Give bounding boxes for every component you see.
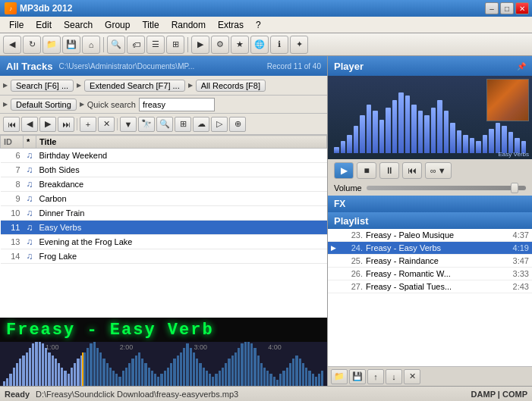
nav-next-button[interactable]: ▶ bbox=[39, 117, 56, 132]
waveform-bar bbox=[22, 356, 24, 386]
pause-button[interactable]: ⏸ bbox=[379, 162, 399, 179]
pin-icon[interactable]: 📌 bbox=[517, 62, 526, 70]
toolbar-home-button[interactable]: ⌂ bbox=[82, 36, 100, 54]
toolbar-grid-button[interactable]: ⊞ bbox=[166, 36, 184, 54]
col-title[interactable]: Title bbox=[36, 136, 327, 149]
toolbar-play-button[interactable]: ▶ bbox=[191, 36, 209, 54]
track-star: ♫ bbox=[24, 177, 36, 192]
toolbar-network-button[interactable]: 🌐 bbox=[250, 36, 269, 54]
toolbar-tag-button[interactable]: 🏷 bbox=[127, 36, 145, 54]
default-sort-button[interactable]: Default Sorting bbox=[11, 99, 77, 111]
pl-save-button[interactable]: 💾 bbox=[349, 369, 366, 384]
waveform[interactable]: 1:00 2:00 3:00 4:00 bbox=[0, 342, 327, 386]
table-row[interactable]: 6 ♫ Birthday Weekend bbox=[1, 149, 327, 163]
menu-random[interactable]: Random bbox=[165, 18, 212, 32]
loop-button[interactable]: ∞ ▼ bbox=[425, 162, 452, 179]
playlist-item[interactable]: 25. Freasy - Raindance 3:47 bbox=[328, 255, 532, 268]
toolbar-save-button[interactable]: 💾 bbox=[62, 36, 80, 54]
menu-group[interactable]: Group bbox=[99, 18, 136, 32]
tt-binoculars-button[interactable]: 🔭 bbox=[138, 117, 155, 132]
pl-remove-button[interactable]: ✕ bbox=[404, 369, 420, 384]
tt-add-button[interactable]: + bbox=[80, 117, 96, 132]
table-row[interactable]: 7 ♫ Both Sides bbox=[1, 163, 327, 177]
waveform-bar bbox=[26, 352, 28, 386]
vis-bar bbox=[411, 105, 417, 153]
tt-search2-button[interactable]: 🔍 bbox=[156, 117, 173, 132]
minimize-button[interactable]: – bbox=[485, 2, 499, 14]
tt-delete-button[interactable]: ✕ bbox=[98, 117, 115, 132]
tt-columns-button[interactable]: ⊞ bbox=[175, 117, 191, 132]
table-row[interactable]: 10 ♫ Dinner Train bbox=[1, 206, 327, 221]
stop-button[interactable]: ■ bbox=[357, 162, 376, 179]
waveform-bar bbox=[19, 359, 21, 386]
toolbar-extra-button[interactable]: ✦ bbox=[290, 36, 308, 54]
volume-slider[interactable] bbox=[367, 186, 526, 190]
playlist-item[interactable]: 27. Freasy - Spatial Tues... 2:43 bbox=[328, 280, 532, 293]
toolbar-list-button[interactable]: ☰ bbox=[146, 36, 165, 54]
vis-bar bbox=[496, 123, 501, 153]
toolbar-info-button[interactable]: ℹ bbox=[270, 36, 288, 54]
volume-thumb[interactable] bbox=[511, 183, 518, 193]
table-row[interactable]: 9 ♫ Carbon bbox=[1, 192, 327, 206]
loop-icon: ∞ bbox=[430, 166, 436, 175]
track-star: ♫ bbox=[24, 249, 36, 264]
toolbar-settings-button[interactable]: ⚙ bbox=[211, 36, 229, 54]
pl-title: Freasy - Spatial Tues... bbox=[366, 282, 510, 291]
tt-expand-button[interactable]: ⊕ bbox=[229, 117, 246, 132]
all-records-button[interactable]: All Records [F8] bbox=[196, 80, 266, 92]
fx-label: FX bbox=[334, 199, 345, 209]
track-star: ♫ bbox=[24, 163, 36, 177]
col-id[interactable]: ID bbox=[1, 136, 24, 149]
nav-first-button[interactable]: ⏮ bbox=[3, 117, 20, 132]
track-star: ♫ bbox=[24, 192, 36, 206]
play-indicator-small: ▶ bbox=[3, 82, 8, 89]
toolbar-star-button[interactable]: ★ bbox=[231, 36, 249, 54]
close-button[interactable]: ✕ bbox=[515, 2, 529, 14]
maximize-button[interactable]: □ bbox=[500, 2, 514, 14]
quick-search-input[interactable] bbox=[139, 98, 215, 111]
tt-cloud-button[interactable]: ☁ bbox=[193, 117, 209, 132]
volume-label: Volume bbox=[334, 183, 362, 193]
pl-duration: 4:37 bbox=[513, 230, 529, 240]
panel-path: C:\Users\Administrator\Documents\MP... bbox=[58, 62, 260, 70]
playlist-item[interactable]: 26. Freasy - Romantic W... 3:33 bbox=[328, 268, 532, 280]
vis-bar bbox=[502, 126, 507, 153]
menu-search[interactable]: Search bbox=[58, 18, 99, 32]
play-button[interactable]: ▶ bbox=[334, 162, 354, 179]
table-row[interactable]: 8 ♫ Breakdance bbox=[1, 177, 327, 192]
tt-more-button[interactable]: ▷ bbox=[211, 117, 228, 132]
waveform-bar bbox=[112, 371, 115, 386]
toolbar-folder-button[interactable]: 📁 bbox=[42, 36, 61, 54]
nav-prev-button[interactable]: ◀ bbox=[21, 117, 38, 132]
waveform-bar bbox=[3, 381, 5, 386]
playlist-item[interactable]: ▶ 24. Freasy - Easy Verbs 4:19 bbox=[328, 242, 532, 255]
pl-add-button[interactable]: 📁 bbox=[331, 369, 348, 384]
toolbar-back-button[interactable]: ◀ bbox=[3, 36, 21, 54]
extended-search-button[interactable]: Extended Search [F7] ... bbox=[84, 80, 185, 92]
track-title: Evening at the Frog Lake bbox=[36, 235, 327, 249]
menu-extras[interactable]: Extras bbox=[212, 18, 250, 32]
col-star[interactable]: * bbox=[24, 136, 36, 149]
waveform-bar bbox=[68, 374, 70, 386]
menu-help[interactable]: ? bbox=[250, 18, 267, 32]
search-f6-button[interactable]: Search [F6] ... bbox=[11, 80, 74, 92]
quick-search-label: Quick search bbox=[87, 100, 136, 109]
waveform-bar bbox=[122, 371, 124, 386]
toolbar-search-button[interactable]: 🔍 bbox=[107, 36, 125, 54]
nav-last-button[interactable]: ⏭ bbox=[58, 117, 74, 132]
menu-title[interactable]: Title bbox=[136, 18, 165, 32]
dropdown-icon: ▼ bbox=[438, 166, 446, 175]
table-row[interactable]: 11 ♫ Easy Verbs bbox=[1, 221, 327, 235]
toolbar-refresh-button[interactable]: ↻ bbox=[23, 36, 41, 54]
playlist-item[interactable]: 23. Freasy - Paleo Musique 4:37 bbox=[328, 229, 532, 242]
waveform-bar bbox=[266, 371, 269, 386]
table-row[interactable]: 14 ♫ Frog Lake bbox=[1, 249, 327, 264]
table-row[interactable]: 13 ♫ Evening at the Frog Lake bbox=[1, 235, 327, 249]
menu-edit[interactable]: Edit bbox=[30, 18, 58, 32]
pl-move-down-button[interactable]: ↓ bbox=[386, 369, 402, 384]
pl-move-up-button[interactable]: ↑ bbox=[367, 369, 384, 384]
prev-button[interactable]: ⏮ bbox=[402, 162, 422, 179]
waveform-bar bbox=[292, 359, 294, 386]
menu-file[interactable]: File bbox=[3, 18, 30, 32]
tt-filter-button[interactable]: ▼ bbox=[120, 117, 137, 132]
